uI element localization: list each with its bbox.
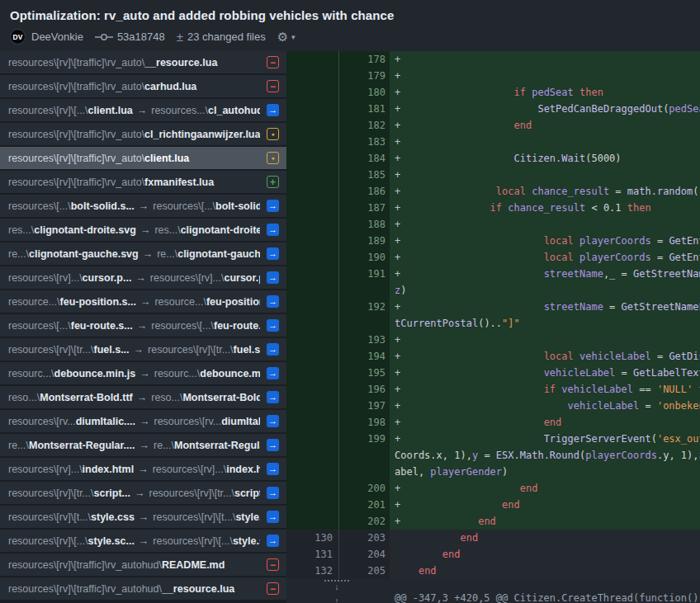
- file-row[interactable]: resources\[rv]\[t...\style.css→resources…: [0, 506, 286, 528]
- changed-files-list: resources\[rv]\[traffic]\rv_auto\__resou…: [0, 51, 286, 603]
- new-line-number: 189: [338, 233, 390, 249]
- code-text: + end: [390, 117, 700, 134]
- old-line-number: [286, 167, 338, 183]
- new-line-number: 200: [338, 480, 390, 497]
- new-line-number: 192: [338, 299, 390, 315]
- status-renamed-icon: →: [267, 511, 279, 523]
- file-row[interactable]: re...\clignotant-gauche.svg→re...\cligno…: [0, 243, 286, 265]
- diff-line: 182+ end: [286, 117, 700, 134]
- file-path-label: reso...\Montserrat-Bold.ttf→reso...\Mont…: [8, 392, 260, 403]
- commit-title: Optimalization: rv_auto and added robbin…: [10, 8, 690, 22]
- file-path-label: resources\[rv]\[tr...\fuel.s...→resource…: [8, 344, 260, 356]
- file-path-label: resourc...\debounce.min.js→resourc...\de…: [8, 368, 260, 379]
- diff-line: 181+ SetPedCanBeDraggedOut(pedSeat, fals…: [286, 101, 700, 117]
- status-modified-icon: ●: [267, 152, 279, 164]
- file-path-label: resources\[rv]\[traffic]\rv_auto\__resou…: [8, 57, 260, 68]
- status-renamed-icon: →: [267, 535, 279, 547]
- file-row[interactable]: resources\[rv]\[...\client.lua→resources…: [0, 99, 286, 121]
- file-path-label: resources\[rv]\[traffic]\rv_auto\cl_rich…: [8, 129, 260, 140]
- expand-down-icon[interactable]: ↓: [324, 580, 349, 591]
- diff-line: 190+ local playerCoords = GetEntityCoord…: [286, 249, 700, 266]
- file-row[interactable]: resources\[rv...diumItalic....→resources…: [0, 410, 286, 432]
- code-text: Coords.x, 1),y = ESX.Math.Round(playerCo…: [390, 447, 700, 464]
- file-path-label: resources\[rv]\[traffic]\rv_auto\fxmanif…: [8, 177, 260, 188]
- diff-line: 201+ end: [286, 497, 700, 513]
- file-row[interactable]: reso...\Montserrat-Bold.ttf→reso...\Mont…: [0, 386, 286, 408]
- diff-line: abel, playerGender): [286, 464, 700, 480]
- old-line-number: [286, 431, 338, 447]
- code-text: +: [390, 68, 700, 84]
- file-row[interactable]: resources\[rv]\[traffic]\rv_auto\__resou…: [0, 51, 286, 73]
- new-line-number: 197: [338, 398, 390, 414]
- code-text: +: [390, 167, 700, 183]
- old-line-number: [286, 134, 338, 150]
- file-path-label: resources\[rv]\[traffic]\rv_autohud\READ…: [8, 559, 260, 571]
- file-row[interactable]: resources\[rv]...\cursor.p...→resources\…: [0, 266, 286, 289]
- code-text: + local playerCoords = GetEntityCoords(P…: [390, 249, 700, 266]
- file-row[interactable]: resources\[rv]\[traffic]\rv_auto\client.…: [0, 147, 286, 169]
- new-line-number: 186: [338, 183, 390, 200]
- old-line-number: [286, 117, 338, 134]
- new-line-number: 184: [338, 150, 390, 167]
- status-deleted-icon: −: [267, 80, 279, 92]
- expand-up-icon[interactable]: ↑: [324, 596, 349, 603]
- file-row[interactable]: resources\[rv]\[traffic]\rv_auto\fxmanif…: [0, 171, 286, 193]
- gear-icon[interactable]: ⚙: [277, 30, 288, 45]
- file-row[interactable]: resources\[rv]\[traffic]\rv_auto\carhud.…: [0, 75, 286, 97]
- code-text: + if pedSeat then: [390, 84, 700, 101]
- old-line-number: [286, 183, 338, 200]
- file-row[interactable]: res...\clignotant-droite.svg→res...\clig…: [0, 219, 286, 241]
- new-line-number: 199: [338, 431, 390, 447]
- diff-line: 179+: [286, 68, 700, 84]
- file-path-label: resources\[rv]\[...\client.lua→resources…: [8, 105, 260, 116]
- file-path-label: resources\[rv]\[t...\style.css→resources…: [8, 511, 260, 523]
- diff-line: 132205 end: [286, 563, 700, 579]
- new-line-number: 198: [338, 414, 390, 431]
- file-row[interactable]: resources\[rv]\[tr...\fuel.s...→resource…: [0, 338, 286, 360]
- diff-line: 197+ vehicleLabel = 'onbekend voertuig': [286, 398, 700, 414]
- diff-line: 188+: [286, 216, 700, 233]
- old-line-number: [286, 216, 338, 233]
- old-line-number: [286, 150, 338, 167]
- diff-line: 196+ if vehicleLabel == 'NULL' then: [286, 381, 700, 398]
- diff-line: 199+ TriggerServerEvent('esx_outlawalert…: [286, 431, 700, 447]
- new-line-number: 193: [338, 332, 390, 348]
- file-path-label: re...\clignotant-gauche.svg→re...\cligno…: [8, 248, 260, 260]
- diff-line: 178+: [286, 51, 700, 68]
- file-row[interactable]: resources\[...\feu-route.s...→resources\…: [0, 314, 286, 337]
- file-row[interactable]: resources\[rv]\[...\style.sc...→resource…: [0, 530, 286, 552]
- new-line-number: 194: [338, 348, 390, 365]
- code-text: + end: [390, 497, 700, 513]
- file-path-label: resources\[...\bolt-solid.s...→resources…: [8, 200, 260, 212]
- file-row[interactable]: resources\[rv]\[traffic]\rv_autohud\__re…: [0, 577, 286, 600]
- file-row[interactable]: re...\Montserrat-Regular....→re...\Monts…: [0, 434, 286, 456]
- file-path-label: resources\[...\feu-route.s...→resources\…: [8, 320, 260, 332]
- file-row[interactable]: resource...\feu-position.s...→resource..…: [0, 290, 286, 313]
- chevron-down-icon[interactable]: ▾: [291, 33, 296, 41]
- diff-line: 131204 end: [286, 546, 700, 563]
- code-text: +: [390, 134, 700, 150]
- file-row[interactable]: resources\[rv]\[tr...\script...→resource…: [0, 482, 286, 504]
- code-text: + vehicleLabel = 'onbekend voertuig': [390, 398, 700, 414]
- new-line-number: [338, 315, 390, 332]
- file-row[interactable]: resources\[rv]...\index.html→resources\[…: [0, 458, 286, 480]
- file-row[interactable]: resources\[...\bolt-solid.s...→resources…: [0, 195, 286, 217]
- old-line-number: [286, 84, 338, 101]
- new-line-number: [338, 282, 390, 299]
- commit-hash: 53a18748: [117, 31, 165, 43]
- new-line-number: 179: [338, 68, 390, 84]
- diff-line: 198+ end: [286, 414, 700, 431]
- file-row[interactable]: resources\[rv]\[traffic]\rv_auto\cl_rich…: [0, 123, 286, 145]
- diff-line: Coords.x, 1),y = ESX.Math.Round(playerCo…: [286, 447, 700, 464]
- status-deleted-icon: −: [267, 582, 279, 595]
- status-renamed-icon: →: [267, 367, 279, 379]
- new-line-number: 185: [338, 167, 390, 183]
- avatar: DV: [10, 29, 26, 45]
- file-row[interactable]: resources\[rv]\[traffic]\rv_autohud\READ…: [0, 554, 286, 576]
- code-text: + local vehicleLabel = GetDisplayNameFro…: [390, 348, 700, 365]
- diff-pane: 178+ 179+ 180+ if pedSeat then181+ SetPe…: [286, 51, 700, 603]
- diff-line: tCurrentPostal().."]": [286, 315, 700, 332]
- file-row[interactable]: resourc...\debounce.min.js→resourc...\de…: [0, 362, 286, 384]
- code-text: + if chance_result < 0.1 then: [390, 200, 700, 216]
- old-line-number: [286, 332, 338, 348]
